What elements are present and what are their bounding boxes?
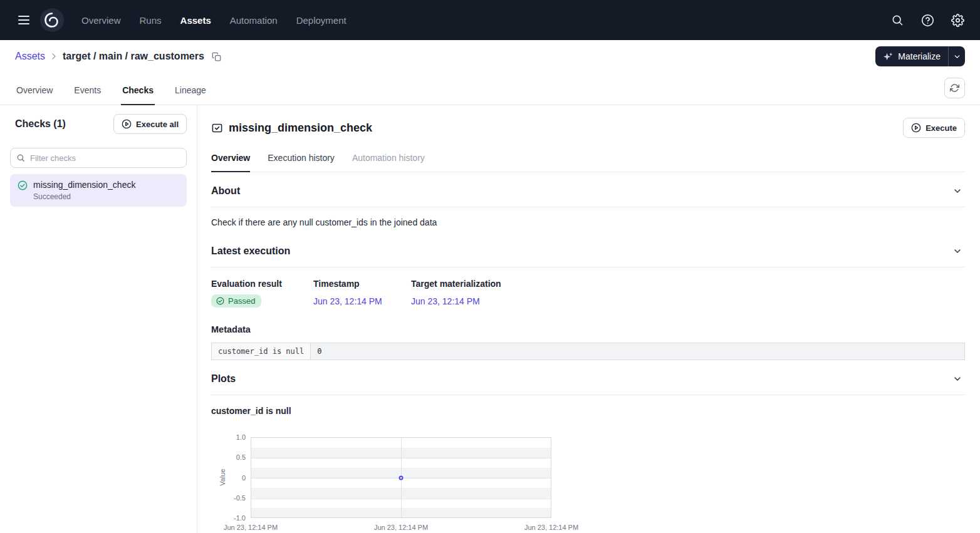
tab-events[interactable]: Events xyxy=(73,85,102,105)
evaluation-result-header: Evaluation result xyxy=(211,279,313,289)
x-tick: Jun 23, 12:14 PM xyxy=(517,524,586,531)
settings-button[interactable] xyxy=(947,10,967,30)
target-materialization-link[interactable]: Jun 23, 12:14 PM xyxy=(411,296,501,306)
asset-key-path: target / main / raw_customers xyxy=(63,51,204,62)
metadata-row: customer_id is null 0 xyxy=(212,343,965,360)
navbar-actions xyxy=(887,10,967,30)
check-description: Check if there are any null customer_ids… xyxy=(211,207,965,232)
refresh-button[interactable] xyxy=(944,78,965,98)
plots-section: Plots customer_id is null Value 1.0 0.5 … xyxy=(211,360,965,533)
metadata-key: customer_id is null xyxy=(212,343,311,360)
materialize-button[interactable]: Materialize xyxy=(875,46,948,66)
about-heading: About xyxy=(211,185,240,197)
nav-item-deployment[interactable]: Deployment xyxy=(296,15,347,26)
detail-tab-automation-history[interactable]: Automation history xyxy=(352,153,425,172)
nav-item-assets[interactable]: Assets xyxy=(180,15,211,26)
nav-item-runs[interactable]: Runs xyxy=(140,15,162,26)
nav-item-overview[interactable]: Overview xyxy=(81,15,121,26)
plot-title: customer_id is null xyxy=(211,406,965,416)
x-tick: Jun 23, 12:14 PM xyxy=(216,524,285,531)
help-icon xyxy=(921,14,934,27)
check-list: missing_dimension_check Succeeded xyxy=(0,174,197,207)
chevron-down-icon xyxy=(952,186,962,196)
metadata-heading: Metadata xyxy=(211,324,965,334)
plots-heading: Plots xyxy=(211,373,236,385)
materialize-label: Materialize xyxy=(898,51,941,61)
tab-lineage[interactable]: Lineage xyxy=(174,85,207,105)
execute-button[interactable]: Execute xyxy=(903,118,965,138)
top-navbar: Overview Runs Assets Automation Deployme… xyxy=(0,0,980,40)
collapse-about-button[interactable] xyxy=(950,184,965,199)
check-list-item[interactable]: missing_dimension_check Succeeded xyxy=(10,174,187,207)
tab-checks[interactable]: Checks xyxy=(121,85,155,105)
detail-tab-overview[interactable]: Overview xyxy=(211,153,250,172)
play-circle-icon xyxy=(122,119,132,129)
execute-all-label: Execute all xyxy=(136,120,179,129)
execute-label: Execute xyxy=(925,123,957,133)
check-circle-icon xyxy=(216,297,224,305)
latest-execution-summary: Evaluation result Passed Timestamp Jun 2… xyxy=(211,279,965,308)
check-circle-icon xyxy=(18,180,28,190)
data-point[interactable] xyxy=(399,475,404,480)
asset-tabs: Overview Events Checks Lineage xyxy=(0,73,980,105)
check-detail-title: missing_dimension_check xyxy=(229,122,372,135)
chevron-down-icon xyxy=(952,246,962,256)
metadata-value: 0 xyxy=(311,343,965,360)
check-detail-panel: missing_dimension_check Execute Overview… xyxy=(197,105,980,533)
y-tick: -1.0 xyxy=(211,514,246,522)
tab-overview[interactable]: Overview xyxy=(15,85,54,105)
checks-sidebar: Checks (1) Execute all missing_dimension… xyxy=(0,105,197,533)
check-item-name: missing_dimension_check xyxy=(33,180,135,190)
search-button[interactable] xyxy=(887,10,907,30)
evaluation-result-value: Passed xyxy=(228,296,255,306)
filter-checks-input[interactable] xyxy=(10,148,187,168)
check-detail-tabs: Overview Execution history Automation hi… xyxy=(211,153,965,172)
materialize-split-button: Materialize xyxy=(875,46,965,66)
collapse-plots-button[interactable] xyxy=(950,371,965,386)
dagster-logo-icon[interactable] xyxy=(40,8,64,32)
x-tick: Jun 23, 12:14 PM xyxy=(367,524,435,531)
breadcrumb-bar: Assets target / main / raw_customers Mat… xyxy=(0,40,980,73)
y-tick: 0.5 xyxy=(211,453,246,462)
latest-execution-section: Latest execution Evaluation result Passe… xyxy=(211,232,965,360)
execute-all-button[interactable]: Execute all xyxy=(113,114,187,134)
passed-badge: Passed xyxy=(211,294,261,308)
refresh-icon xyxy=(950,83,959,93)
filter-checks-field xyxy=(10,148,187,168)
timestamp-link[interactable]: Jun 23, 12:14 PM xyxy=(313,296,411,306)
target-materialization-header: Target materialization xyxy=(411,279,501,289)
y-tick: 1.0 xyxy=(211,433,246,442)
latest-execution-heading: Latest execution xyxy=(211,246,290,257)
help-button[interactable] xyxy=(917,10,937,30)
check-item-status: Succeeded xyxy=(33,192,135,201)
gear-icon xyxy=(951,14,964,27)
chevron-down-icon xyxy=(953,53,961,61)
copy-asset-key-button[interactable] xyxy=(209,49,224,64)
check-value-chart: Value 1.0 0.5 0 -0.5 -1.0 Jun 23, 12:14 … xyxy=(211,437,965,533)
breadcrumb-assets-link[interactable]: Assets xyxy=(15,51,45,62)
timestamp-header: Timestamp xyxy=(313,279,411,289)
sparkle-icon xyxy=(883,51,894,62)
detail-tab-execution-history[interactable]: Execution history xyxy=(268,153,335,172)
hamburger-menu-button[interactable] xyxy=(13,9,35,31)
content-area: Checks (1) Execute all missing_dimension… xyxy=(0,105,980,533)
chevron-right-icon xyxy=(49,51,59,61)
metadata-table: customer_id is null 0 xyxy=(211,343,965,360)
plot-area xyxy=(251,437,551,518)
collapse-latest-execution-button[interactable] xyxy=(950,244,965,259)
checks-count-title: Checks (1) xyxy=(15,118,66,130)
hamburger-icon xyxy=(18,16,29,24)
search-icon xyxy=(16,153,25,162)
y-tick: 0 xyxy=(211,473,246,482)
copy-icon xyxy=(212,52,221,61)
nav-item-automation[interactable]: Automation xyxy=(230,15,278,26)
asset-check-icon xyxy=(211,122,223,134)
search-icon xyxy=(891,14,904,26)
play-circle-icon xyxy=(911,123,921,133)
materialize-dropdown-button[interactable] xyxy=(948,46,965,66)
primary-nav: Overview Runs Assets Automation Deployme… xyxy=(81,15,347,26)
chevron-down-icon xyxy=(952,374,962,384)
about-section: About Check if there are any null custom… xyxy=(211,172,965,232)
y-tick: -0.5 xyxy=(211,494,246,502)
